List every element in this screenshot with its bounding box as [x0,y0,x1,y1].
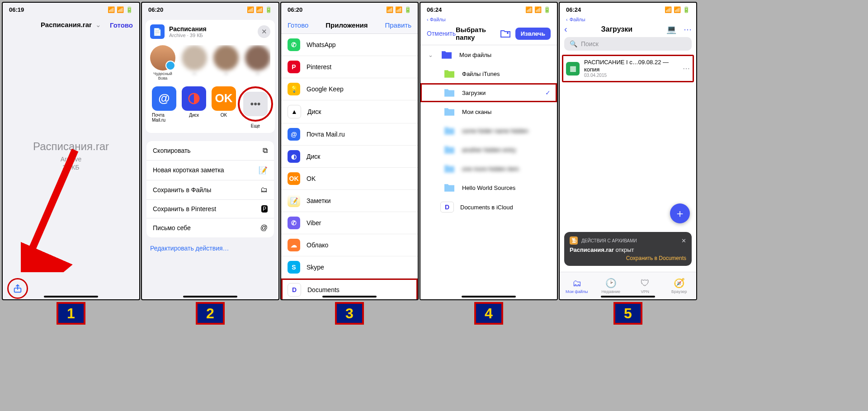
annotation-circle [7,278,28,299]
folder-root[interactable]: ⌄Мои файлы [420,45,557,64]
more-icon[interactable]: ⋯ [684,24,692,34]
step-badge: 1 [57,302,85,325]
time-label: 06:20 [148,6,163,13]
new-folder-icon[interactable] [500,29,511,38]
done-button[interactable]: Готово [110,21,133,29]
laptop-icon[interactable]: 💻 [666,24,676,34]
share-app-more[interactable]: ••• Еще [241,86,269,128]
telegram-badge-icon [165,61,175,71]
check-icon: ✓ [545,89,551,96]
breadcrumb[interactable]: ‹ Файлы [420,16,557,24]
app-yandex-disk[interactable]: ◐Диск [281,146,418,168]
action-save-files[interactable]: Сохранить в Файлы🗂 [146,180,274,200]
add-button[interactable]: ＋ [670,203,690,223]
back-button[interactable]: ‹ [564,24,567,34]
action-note[interactable]: Новая короткая заметка📝 [146,161,274,180]
spreadsheet-icon: ▦ [566,62,580,76]
app-notes[interactable]: 📝Заметки [281,190,418,212]
contact-item[interactable]: — [213,45,239,81]
file-row[interactable]: ▦ РАСПИСАНИЕ I c…09.08.22 — копия 03.04.… [562,55,693,82]
app-ok[interactable]: OKOK [281,168,418,190]
phone-4: 06:24 📶📶🔋 ‹ Файлы Отменить Выбрать папку… [420,2,558,326]
action-copy[interactable]: Скопировать⧉ [146,141,274,161]
app-google-drive[interactable]: ▲Диск [281,100,418,123]
step-badge: 4 [474,302,503,325]
contact-item[interactable]: — [245,45,270,81]
share-app-ok[interactable]: OKOK [212,86,236,118]
done-button[interactable]: Готово [288,21,308,29]
folder-icon: 🗂 [572,278,581,288]
chevron-down-icon: ⌄ [427,52,434,58]
breadcrumb[interactable]: ‹Файлы [560,16,696,22]
extract-button[interactable]: Извлечь [515,28,551,40]
clock-icon: 🕑 [605,278,617,288]
app-mailru[interactable]: @Почта Mail.ru [281,123,418,146]
wifi-icon: 📶 [117,6,124,13]
app-cloud[interactable]: ☁Облако [281,234,418,256]
home-indicator [462,296,516,298]
status-icons: 📶📶🔋 [525,6,551,13]
contact-item[interactable]: — [182,45,207,81]
close-button[interactable]: ✕ [258,25,270,38]
folder-hidden[interactable]: some folder name hidden [420,121,557,140]
nav-title: Загрузки [601,25,633,33]
share-app-mail[interactable]: @Почта Mail.ru [152,86,176,123]
action-mail-self[interactable]: Письмо себе@ [146,218,274,237]
edit-actions-link[interactable]: Редактировать действия… [142,242,278,258]
status-icons: 📶📶🔋 [665,6,690,13]
step-badge: 3 [335,302,364,325]
cancel-button[interactable]: Отменить [427,30,456,37]
folder-downloads[interactable]: Загрузки✓ [420,83,557,102]
svg-line-0 [27,150,75,260]
status-bar: 06:19 📶📶🔋 [3,3,139,16]
edit-button[interactable]: Править [385,21,411,29]
folder-hello-world[interactable]: Hello World Sources [420,178,557,197]
nav-title: Приложения [326,21,368,29]
search-field[interactable]: 🔍 Поиск [564,37,692,51]
status-icons: 📶📶🔋 [386,6,411,13]
step-badge: 2 [196,302,225,325]
file-date: 03.04.2015 [584,73,678,78]
archive-icon: 🗜 [570,236,578,245]
tab-recent[interactable]: 🕑Недавние [594,272,628,299]
folder-scans[interactable]: Мои сканы [420,102,557,121]
home-indicator [322,296,377,298]
toast-body: Расписания.rar открыт [570,246,686,253]
contact-item[interactable]: Чудесный Вова [150,45,175,81]
compass-icon: 🧭 [674,278,685,288]
app-skype[interactable]: SSkype [281,256,418,279]
tab-browser[interactable]: 🧭Браузер [662,272,697,299]
at-icon: @ [260,224,268,232]
folder-hidden[interactable]: another hidden entry [420,140,557,159]
toast-close-button[interactable]: ✕ [681,237,686,244]
file-more-button[interactable]: ⋯ [683,64,690,73]
search-icon: 🔍 [570,40,577,47]
folder-icon: 🗂 [260,186,268,194]
app-viber[interactable]: ✆Viber [281,212,418,234]
share-doc-name: Расписания [169,25,253,33]
share-app-disk[interactable]: Диск [182,86,206,118]
tab-vpn[interactable]: 🛡VPN [628,272,662,299]
tab-files[interactable]: 🗂Мои файлы [560,272,594,299]
home-indicator [44,296,98,298]
chevron-down-icon[interactable]: ⌄ [95,21,101,28]
folder-hidden[interactable]: one more hidden item [420,159,557,178]
status-icons: 📶📶🔋 [247,6,272,13]
phone-2: 06:20 📶📶🔋 📄 Расписания Archive · 39 КБ ✕… [141,2,279,326]
action-save-pinterest[interactable]: Сохранить в PinterestP [146,200,274,218]
status-bar: 06:24 📶📶🔋 [560,3,696,16]
status-bar: 06:20 📶📶🔋 [281,3,418,16]
toast-action-link[interactable]: Сохранить в Documents [570,255,686,261]
annotation-circle: ••• [238,86,273,122]
folder-itunes[interactable]: Файлы iTunes [420,64,557,83]
status-icons: 📶📶🔋 [108,6,133,13]
folder-icloud[interactable]: DDocuments в iCloud [420,197,557,217]
phone-3: 06:20 📶📶🔋 Готово Приложения Править ✆Wha… [280,2,419,326]
share-icon[interactable] [13,283,23,293]
app-pinterest[interactable]: PPinterest [281,56,418,78]
app-whatsapp[interactable]: ✆WhatsApp [281,34,418,56]
copy-icon: ⧉ [263,146,268,155]
phone-1: 06:19 📶📶🔋 Расписания.rar ⌄ Готово Распис… [2,2,140,326]
nav-title: Выбрать папку [456,26,500,41]
app-google-keep[interactable]: 💡Google Keep [281,78,418,100]
